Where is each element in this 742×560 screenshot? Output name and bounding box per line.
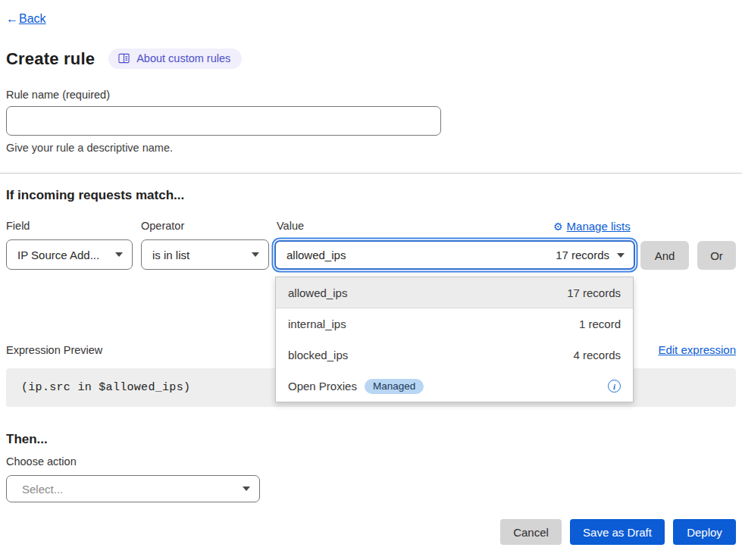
chevron-down-icon: [252, 252, 259, 257]
list-item-open-proxies[interactable]: Open Proxies Managed i: [276, 371, 633, 402]
edit-expression-link[interactable]: Edit expression: [658, 343, 736, 356]
field-select-value: IP Source Add...: [17, 249, 99, 261]
chevron-down-icon: [115, 252, 123, 257]
then-section-heading: Then...: [6, 432, 48, 447]
value-select[interactable]: allowed_ips 17 records: [274, 240, 635, 270]
manage-lists-label: Manage lists: [567, 220, 631, 233]
info-icon[interactable]: i: [608, 380, 621, 393]
list-item-name: blocked_ips: [288, 349, 348, 361]
deploy-button[interactable]: Deploy: [673, 519, 736, 545]
gear-icon: ⚙: [553, 221, 563, 232]
match-section-heading: If incoming requests match...: [6, 188, 184, 203]
or-button[interactable]: Or: [697, 241, 736, 270]
rule-name-input[interactable]: [6, 106, 441, 136]
value-select-selected: allowed_ips: [286, 249, 346, 261]
chevron-down-icon: [243, 486, 250, 491]
about-custom-rules-link[interactable]: About custom rules: [108, 48, 242, 69]
rule-name-label: Rule name (required): [6, 89, 110, 101]
rule-name-helper: Give your rule a descriptive name.: [6, 142, 173, 154]
list-item-records: 4 records: [573, 349, 621, 361]
list-item-name: internal_ips: [288, 318, 346, 330]
choose-action-label: Choose action: [6, 455, 77, 468]
about-badge-label: About custom rules: [136, 52, 230, 64]
value-select-right: 17 records: [556, 249, 625, 261]
back-link[interactable]: ←Back: [6, 12, 46, 26]
managed-badge: Managed: [365, 379, 424, 394]
back-link-label: Back: [19, 12, 46, 25]
list-item-name: Open Proxies: [288, 380, 357, 393]
value-select-records: 17 records: [556, 249, 609, 261]
list-item-blocked-ips[interactable]: blocked_ips 4 records: [276, 339, 633, 371]
operator-label: Operator: [141, 220, 184, 232]
list-item-left: Open Proxies Managed: [288, 379, 424, 394]
manage-lists-link[interactable]: ⚙ Manage lists: [553, 220, 631, 233]
list-item-internal-ips[interactable]: internal_ips 1 record: [276, 308, 633, 339]
list-item-records: 1 record: [579, 318, 621, 330]
expression-code: (ip.src in $allowed_ips): [21, 381, 190, 394]
field-label: Field: [6, 220, 30, 232]
list-dropdown-panel: allowed_ips 17 records internal_ips 1 re…: [275, 277, 634, 402]
list-item-allowed-ips[interactable]: allowed_ips 17 records: [276, 277, 633, 308]
operator-select[interactable]: is in list: [141, 239, 269, 270]
section-divider: [0, 173, 742, 174]
expression-preview-label: Expression Preview: [6, 344, 102, 356]
save-as-draft-button[interactable]: Save as Draft: [570, 519, 665, 545]
operator-select-value: is in list: [152, 249, 189, 261]
title-row: Create rule About custom rules: [6, 48, 242, 69]
back-arrow-icon: ←: [6, 12, 18, 25]
book-icon: [118, 53, 130, 64]
action-select[interactable]: Select...: [6, 475, 260, 502]
page-title: Create rule: [6, 49, 95, 69]
field-select[interactable]: IP Source Add...: [6, 239, 133, 270]
and-button[interactable]: And: [640, 241, 689, 270]
chevron-down-icon: [617, 253, 625, 258]
cancel-button[interactable]: Cancel: [500, 519, 562, 545]
create-rule-page: ←Back Create rule About custom rules Rul…: [0, 0, 742, 560]
value-label: Value: [277, 220, 304, 232]
list-item-records: 17 records: [567, 286, 621, 299]
action-select-placeholder: Select...: [22, 483, 63, 496]
list-item-name: allowed_ips: [288, 286, 347, 299]
